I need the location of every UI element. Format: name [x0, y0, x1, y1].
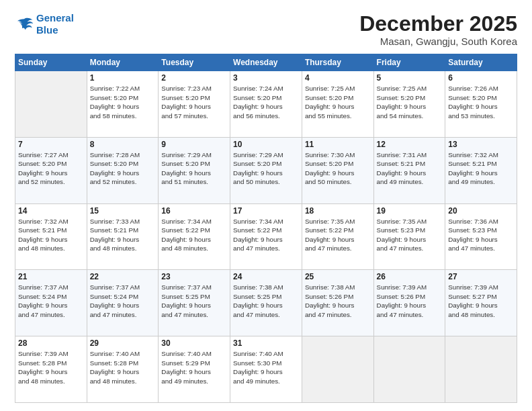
day-header-sunday: Sunday: [15, 54, 87, 71]
cell-date: 14: [18, 206, 84, 216]
cell-date: 25: [305, 272, 371, 281]
cell-date: 31: [233, 338, 299, 348]
calendar-cell: 6Sunrise: 7:26 AM Sunset: 5:20 PM Daylig…: [445, 71, 517, 138]
calendar-cell: 28Sunrise: 7:39 AM Sunset: 5:28 PM Dayli…: [15, 336, 87, 403]
calendar-cell: 11Sunrise: 7:30 AM Sunset: 5:20 PM Dayli…: [302, 137, 373, 203]
cell-info: Sunrise: 7:25 AM Sunset: 5:20 PM Dayligh…: [305, 84, 371, 120]
cell-info: Sunrise: 7:37 AM Sunset: 5:24 PM Dayligh…: [90, 283, 156, 319]
cell-info: Sunrise: 7:32 AM Sunset: 5:21 PM Dayligh…: [18, 217, 84, 253]
calendar-cell: 12Sunrise: 7:31 AM Sunset: 5:21 PM Dayli…: [373, 137, 445, 203]
cell-info: Sunrise: 7:23 AM Sunset: 5:20 PM Dayligh…: [161, 84, 227, 120]
calendar-cell: [373, 336, 445, 403]
calendar-cell: 14Sunrise: 7:32 AM Sunset: 5:21 PM Dayli…: [15, 203, 87, 270]
calendar-cell: 29Sunrise: 7:40 AM Sunset: 5:28 PM Dayli…: [87, 336, 159, 403]
calendar-cell: [15, 71, 87, 138]
cell-date: 11: [305, 140, 371, 149]
calendar-cell: 18Sunrise: 7:35 AM Sunset: 5:22 PM Dayli…: [302, 203, 373, 270]
calendar-cell: 15Sunrise: 7:33 AM Sunset: 5:21 PM Dayli…: [87, 203, 159, 270]
cell-info: Sunrise: 7:37 AM Sunset: 5:24 PM Dayligh…: [18, 283, 84, 319]
cell-date: 7: [18, 140, 84, 149]
cell-info: Sunrise: 7:25 AM Sunset: 5:20 PM Dayligh…: [377, 84, 443, 120]
cell-info: Sunrise: 7:35 AM Sunset: 5:23 PM Dayligh…: [377, 217, 443, 253]
cell-info: Sunrise: 7:40 AM Sunset: 5:29 PM Dayligh…: [161, 349, 227, 385]
calendar-cell: [445, 336, 517, 403]
cell-date: 6: [448, 73, 514, 83]
cell-info: Sunrise: 7:37 AM Sunset: 5:25 PM Dayligh…: [161, 283, 227, 319]
calendar-cell: 24Sunrise: 7:38 AM Sunset: 5:25 PM Dayli…: [230, 270, 302, 336]
calendar-cell: 17Sunrise: 7:34 AM Sunset: 5:22 PM Dayli…: [230, 203, 302, 270]
location: Masan, Gwangju, South Korea: [359, 36, 517, 47]
cell-date: 29: [90, 338, 156, 348]
calendar-cell: 7Sunrise: 7:27 AM Sunset: 5:20 PM Daylig…: [15, 137, 87, 203]
calendar-cell: 13Sunrise: 7:32 AM Sunset: 5:21 PM Dayli…: [445, 137, 517, 203]
calendar-cell: 9Sunrise: 7:29 AM Sunset: 5:20 PM Daylig…: [159, 137, 230, 203]
cell-date: 10: [233, 140, 299, 149]
cell-date: 2: [161, 73, 227, 83]
cell-date: 18: [305, 206, 371, 216]
logo: General Blue: [15, 12, 74, 36]
cell-date: 5: [377, 73, 443, 83]
cell-date: 24: [233, 272, 299, 281]
month-title: December 2025: [359, 12, 517, 36]
cell-date: 28: [18, 338, 84, 348]
calendar-cell: 22Sunrise: 7:37 AM Sunset: 5:24 PM Dayli…: [87, 270, 159, 336]
header: General Blue December 2025 Masan, Gwangj…: [15, 12, 517, 47]
cell-date: 30: [161, 338, 227, 348]
cell-info: Sunrise: 7:33 AM Sunset: 5:21 PM Dayligh…: [90, 217, 156, 253]
title-block: December 2025 Masan, Gwangju, South Kore…: [359, 12, 517, 47]
cell-info: Sunrise: 7:39 AM Sunset: 5:26 PM Dayligh…: [377, 283, 443, 319]
cell-info: Sunrise: 7:40 AM Sunset: 5:28 PM Dayligh…: [90, 349, 156, 385]
cell-info: Sunrise: 7:38 AM Sunset: 5:25 PM Dayligh…: [233, 283, 299, 319]
cell-info: Sunrise: 7:40 AM Sunset: 5:30 PM Dayligh…: [233, 349, 299, 385]
cell-info: Sunrise: 7:32 AM Sunset: 5:21 PM Dayligh…: [448, 150, 514, 187]
calendar-cell: 16Sunrise: 7:34 AM Sunset: 5:22 PM Dayli…: [159, 203, 230, 270]
calendar-cell: 1Sunrise: 7:22 AM Sunset: 5:20 PM Daylig…: [87, 71, 159, 138]
cell-date: 15: [90, 206, 156, 216]
cell-date: 20: [448, 206, 514, 216]
cell-info: Sunrise: 7:29 AM Sunset: 5:20 PM Dayligh…: [161, 150, 227, 187]
cell-date: 13: [448, 140, 514, 149]
calendar-cell: 23Sunrise: 7:37 AM Sunset: 5:25 PM Dayli…: [159, 270, 230, 336]
logo-line1: General: [36, 12, 74, 24]
calendar-cell: 8Sunrise: 7:28 AM Sunset: 5:20 PM Daylig…: [87, 137, 159, 203]
day-header-friday: Friday: [373, 54, 445, 71]
cell-info: Sunrise: 7:35 AM Sunset: 5:22 PM Dayligh…: [305, 217, 371, 253]
week-row-1: 1Sunrise: 7:22 AM Sunset: 5:20 PM Daylig…: [15, 71, 517, 138]
page: General Blue December 2025 Masan, Gwangj…: [0, 0, 532, 411]
calendar-cell: 27Sunrise: 7:39 AM Sunset: 5:27 PM Dayli…: [445, 270, 517, 336]
cell-info: Sunrise: 7:39 AM Sunset: 5:28 PM Dayligh…: [18, 349, 84, 385]
cell-date: 26: [377, 272, 443, 281]
cell-date: 19: [377, 206, 443, 216]
cell-date: 22: [90, 272, 156, 281]
week-row-4: 21Sunrise: 7:37 AM Sunset: 5:24 PM Dayli…: [15, 270, 517, 336]
calendar-table: SundayMondayTuesdayWednesdayThursdayFrid…: [15, 54, 517, 403]
calendar-cell: 19Sunrise: 7:35 AM Sunset: 5:23 PM Dayli…: [373, 203, 445, 270]
calendar-cell: 5Sunrise: 7:25 AM Sunset: 5:20 PM Daylig…: [373, 71, 445, 138]
cell-date: 23: [161, 272, 227, 281]
calendar-cell: 3Sunrise: 7:24 AM Sunset: 5:20 PM Daylig…: [230, 71, 302, 138]
day-header-tuesday: Tuesday: [159, 54, 230, 71]
cell-info: Sunrise: 7:36 AM Sunset: 5:23 PM Dayligh…: [448, 217, 514, 253]
cell-date: 8: [90, 140, 156, 149]
cell-date: 16: [161, 206, 227, 216]
calendar-cell: 26Sunrise: 7:39 AM Sunset: 5:26 PM Dayli…: [373, 270, 445, 336]
cell-info: Sunrise: 7:22 AM Sunset: 5:20 PM Dayligh…: [90, 84, 156, 120]
calendar-cell: 25Sunrise: 7:38 AM Sunset: 5:26 PM Dayli…: [302, 270, 373, 336]
cell-info: Sunrise: 7:34 AM Sunset: 5:22 PM Dayligh…: [161, 217, 227, 253]
cell-date: 4: [305, 73, 371, 83]
calendar-cell: 20Sunrise: 7:36 AM Sunset: 5:23 PM Dayli…: [445, 203, 517, 270]
cell-date: 3: [233, 73, 299, 83]
cell-info: Sunrise: 7:30 AM Sunset: 5:20 PM Dayligh…: [305, 150, 371, 187]
day-header-monday: Monday: [87, 54, 159, 71]
cell-info: Sunrise: 7:34 AM Sunset: 5:22 PM Dayligh…: [233, 217, 299, 253]
week-row-2: 7Sunrise: 7:27 AM Sunset: 5:20 PM Daylig…: [15, 137, 517, 203]
cell-info: Sunrise: 7:39 AM Sunset: 5:27 PM Dayligh…: [448, 283, 514, 319]
calendar-cell: 30Sunrise: 7:40 AM Sunset: 5:29 PM Dayli…: [159, 336, 230, 403]
cell-info: Sunrise: 7:24 AM Sunset: 5:20 PM Dayligh…: [233, 84, 299, 120]
calendar-cell: 4Sunrise: 7:25 AM Sunset: 5:20 PM Daylig…: [302, 71, 373, 138]
logo-icon: [15, 17, 34, 32]
calendar-cell: [302, 336, 373, 403]
cell-date: 9: [161, 140, 227, 149]
cell-info: Sunrise: 7:28 AM Sunset: 5:20 PM Dayligh…: [90, 150, 156, 187]
cell-date: 21: [18, 272, 84, 281]
